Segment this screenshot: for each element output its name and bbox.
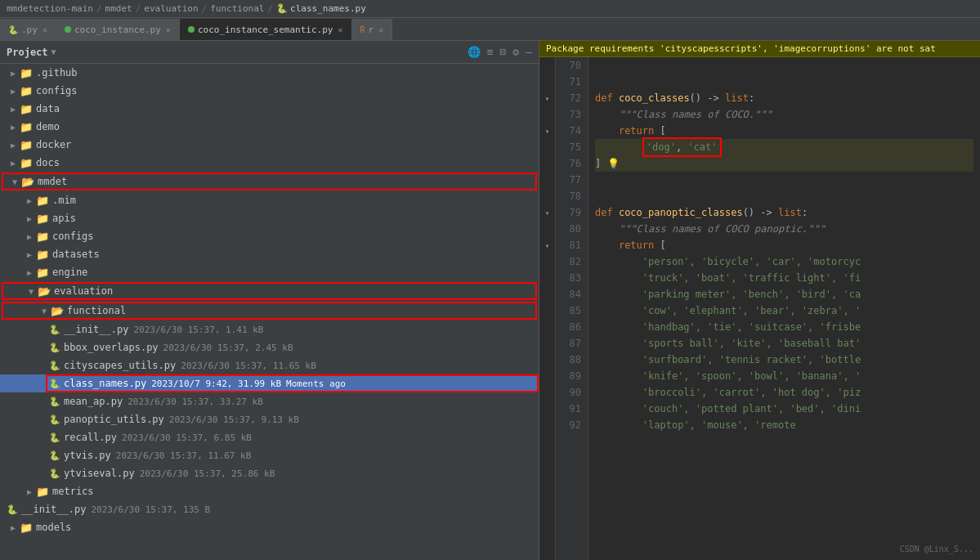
tree-item-mmdet[interactable]: ▼ 📂 mmdet <box>2 172 537 190</box>
gutter-86 <box>539 319 555 335</box>
tree-item-evaluation[interactable]: ▼ 📂 evaluation <box>2 282 537 300</box>
tab-coco-semantic-close[interactable]: ✕ <box>338 25 342 34</box>
project-action-settings[interactable]: ⚙ <box>512 46 519 58</box>
tree-item[interactable]: 🐍 __init__.py 2023/6/30 15:37, 1.41 kB <box>0 320 539 338</box>
tab-py[interactable]: 🐍 .py ✕ <box>0 19 56 40</box>
linenum-77: 77 <box>562 172 581 188</box>
type-list-2: list <box>778 204 802 221</box>
tree-item[interactable]: ▶ 📁 models <box>0 518 539 536</box>
tree-item[interactable]: 🐍 mean_ap.py 2023/6/30 15:37, 33.27 kB <box>0 392 539 410</box>
str-90: 'broccoli', 'carrot', 'hot dog', 'piz <box>595 384 861 401</box>
tab-coco-instance[interactable]: coco_instance.py ✕ <box>56 19 180 40</box>
tab-coco-instance-label: coco_instance.py <box>74 25 161 35</box>
file-icon: 🐍 <box>7 504 18 515</box>
tab-coco-semantic-label: coco_instance_semantic.py <box>198 25 333 35</box>
gutter-81[interactable]: ▾ <box>539 237 555 253</box>
gutter-72[interactable]: ▾ <box>539 90 555 106</box>
tree-item-label: configs <box>36 85 78 96</box>
code-line-88: 'surfboard', 'tennis racket', 'bottle <box>595 352 973 368</box>
tree-item[interactable]: 🐍 cityscapes_utils.py 2023/6/30 15:37, 1… <box>0 356 539 374</box>
breadcrumb-mmdetection[interactable]: mmdetection-main <box>7 3 93 14</box>
tree-item[interactable]: ▶ 📁 engine <box>0 263 539 281</box>
tree-item[interactable]: ▶ 📁 apis <box>0 209 539 227</box>
tab-py-close[interactable]: ✕ <box>43 25 47 34</box>
tree-arrow: ▶ <box>23 487 36 496</box>
tab-coco-instance-close[interactable]: ✕ <box>166 25 171 34</box>
kw-def-2: def <box>595 204 619 221</box>
tree-item-label: bbox_overlaps.py <box>64 342 159 353</box>
tree-arrow: ▶ <box>23 196 36 205</box>
tree-item-label: datasets <box>52 249 100 260</box>
tab-r-close[interactable]: ✕ <box>378 25 383 34</box>
linenum-81: 81 <box>562 237 581 253</box>
tree-item[interactable]: 🐍 ytviseval.py 2023/6/30 15:37, 25.86 kB <box>0 464 539 482</box>
str-88: 'surfboard', 'tennis racket', 'bottle <box>595 352 861 368</box>
gutter-91 <box>539 401 555 417</box>
tree-item-class-names[interactable]: 🐍 class_names.py 2023/10/7 9:42, 31.99 k… <box>0 374 539 392</box>
type-list: list <box>725 90 749 106</box>
gutter-74[interactable]: ▾ <box>539 123 555 139</box>
tree-item[interactable]: ▶ 📁 configs <box>0 227 539 245</box>
linenum-92: 92 <box>562 417 581 433</box>
code-line-91: 'couch', 'potted plant', 'bed', 'dini <box>595 401 973 417</box>
tree-item[interactable]: 🐍 bbox_overlaps.py 2023/6/30 15:37, 2.45… <box>0 338 539 356</box>
breadcrumb-mmdet[interactable]: mmdet <box>105 3 132 14</box>
tree-item-label: ytvis.py <box>64 450 111 461</box>
tree-item[interactable]: ▶ 📁 .mim <box>0 191 539 209</box>
tree-item[interactable]: ▶ 📁 datasets <box>0 245 539 263</box>
breadcrumb-evaluation[interactable]: evaluation <box>144 3 198 14</box>
breadcrumb-functional[interactable]: functional <box>210 3 264 14</box>
r-icon: R <box>360 25 365 34</box>
code-line-75: 'dog', 'cat' <box>595 139 973 155</box>
linenum-85: 85 <box>562 302 581 319</box>
tree-item[interactable]: ▶ 📁 demo <box>0 118 539 136</box>
tree-item[interactable]: 🐍 __init__.py 2023/6/30 15:37, 135 B <box>0 500 539 518</box>
tree-item-label: __init__.py <box>64 324 128 335</box>
linenum-70: 70 <box>562 57 581 74</box>
code-content[interactable]: def coco_classes() -> list: """Class nam… <box>588 57 980 560</box>
file-icon: 🐍 <box>49 379 60 389</box>
tree-item[interactable]: ▶ 📁 docker <box>0 136 539 154</box>
project-action-sort[interactable]: ≡ <box>487 46 494 58</box>
tab-coco-instance-semantic[interactable]: coco_instance_semantic.py ✕ <box>180 19 352 40</box>
folder-icon: 📁 <box>36 267 49 279</box>
tree-item[interactable]: ▶ 📁 data <box>0 100 539 118</box>
tree-item[interactable]: ▶ 📁 configs <box>0 82 539 100</box>
lightbulb-icon[interactable]: 💡 <box>607 155 620 172</box>
tree-item[interactable]: ▶ 📁 docs <box>0 154 539 172</box>
project-dropdown-icon[interactable]: ▼ <box>51 47 56 56</box>
tree-arrow: ▶ <box>23 214 36 223</box>
project-action-globe[interactable]: 🌐 <box>468 46 481 58</box>
tree-item-label: engine <box>52 267 87 278</box>
file-icon: 🐍 <box>49 432 60 443</box>
tree-item-label: mean_ap.py <box>64 396 123 407</box>
gutter-79[interactable]: ▾ <box>539 204 555 221</box>
str-83: 'truck', 'boat', 'traffic light', 'fi <box>595 270 861 286</box>
tree-item[interactable]: ▶ 📁 metrics <box>0 482 539 500</box>
tree-item[interactable]: ▶ 📁 .github <box>0 64 539 82</box>
tree-item[interactable]: 🐍 recall.py 2023/6/30 15:37, 6.85 kB <box>0 428 539 446</box>
tree-item-functional[interactable]: ▼ 📂 functional <box>2 302 537 320</box>
linenum-86: 86 <box>562 319 581 335</box>
tree-item[interactable]: 🐍 panoptic_utils.py 2023/6/30 15:37, 9.1… <box>0 410 539 428</box>
code-line-81: return [ <box>595 237 973 253</box>
tree-arrow-functional: ▼ <box>38 307 51 316</box>
linenum-72: 72 <box>562 90 581 106</box>
tree-item-label: metrics <box>52 486 94 497</box>
tree-item-meta: 2023/6/30 15:37, 9.13 kB <box>169 414 299 425</box>
tab-bar: 🐍 .py ✕ coco_instance.py ✕ coco_instance… <box>0 18 980 41</box>
folder-icon: 📁 <box>20 121 33 133</box>
linenum-80: 80 <box>562 221 581 237</box>
tab-r[interactable]: R r ✕ <box>352 19 393 40</box>
py-icon: 🐍 <box>8 25 18 34</box>
project-action-filter[interactable]: ⊟ <box>500 46 507 58</box>
tree-item-meta: 2023/6/30 15:37, 135 B <box>91 504 210 515</box>
code-line-83: 'truck', 'boat', 'traffic light', 'fi <box>595 270 973 286</box>
code-line-71 <box>595 74 973 90</box>
project-action-minimize[interactable]: — <box>526 46 532 58</box>
linenum-82: 82 <box>562 253 581 270</box>
bracket-open-2: [ <box>660 237 665 253</box>
tree-item[interactable]: 🐍 ytvis.py 2023/6/30 15:37, 11.67 kB <box>0 446 539 464</box>
code-line-86: 'handbag', 'tie', 'suitcase', 'frisbe <box>595 319 973 335</box>
file-icon: 🐍 <box>49 396 60 407</box>
